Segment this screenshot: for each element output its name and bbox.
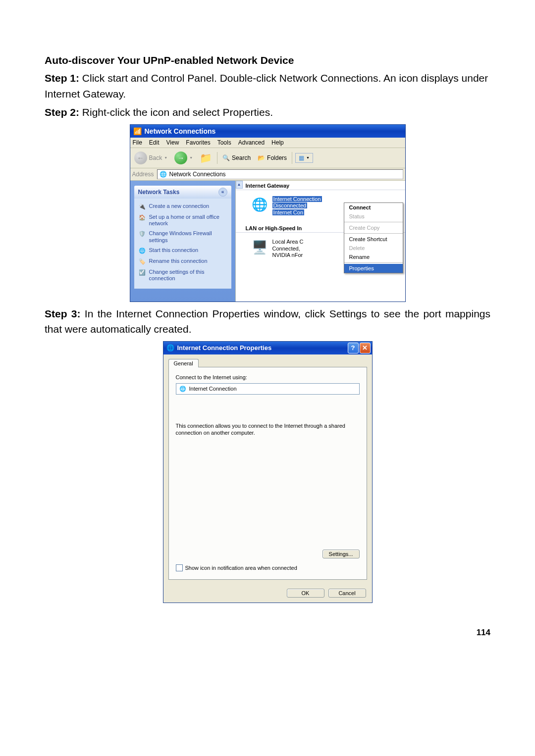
menu-file[interactable]: File xyxy=(133,139,142,146)
globe-icon: 🌐 xyxy=(166,344,174,352)
item-device: Internet Con xyxy=(272,209,305,215)
close-button[interactable]: ✕ xyxy=(360,343,371,353)
menu-tools[interactable]: Tools xyxy=(217,139,231,146)
globe-icon: 🌐 xyxy=(179,386,186,392)
dialog-title: Internet Connection Properties xyxy=(177,344,272,352)
rename-icon: 🏷️ xyxy=(138,258,146,266)
cancel-button[interactable]: Cancel xyxy=(328,589,366,598)
menu-create-shortcut[interactable]: Create Shortcut xyxy=(344,235,403,244)
item-device: NVIDIA nFor xyxy=(272,252,303,258)
chevron-down-icon: ▼ xyxy=(306,156,310,159)
search-label: Search xyxy=(232,154,251,161)
menu-bar[interactable]: File Edit View Favorites Tools Advanced … xyxy=(130,138,405,148)
titlebar: 🌐 Internet Connection Properties ? ✕ xyxy=(163,342,372,354)
address-field[interactable]: 🌐 Network Connections xyxy=(157,169,403,179)
views-button[interactable]: ▦ ▼ xyxy=(295,153,313,163)
task-label: Rename this connection xyxy=(149,258,208,265)
group-internet-gateway: Internet Gateway xyxy=(236,181,405,190)
back-arrow-icon: ← xyxy=(134,151,147,164)
window-icon: 📶 xyxy=(133,127,142,135)
task-pane-title: Network Tasks xyxy=(138,189,180,196)
forward-button[interactable]: → ▼ xyxy=(172,151,195,165)
address-bar: Address 🌐 Network Connections xyxy=(130,168,405,181)
task-pane: Network Tasks « 🔌 Create a new connectio… xyxy=(130,181,235,302)
up-button[interactable]: 📁 xyxy=(198,151,214,165)
step1-label: Step 1: xyxy=(45,72,79,84)
description-text: This connection allows you to connect to… xyxy=(176,422,360,437)
menu-view[interactable]: View xyxy=(166,139,179,146)
menu-advanced[interactable]: Advanced xyxy=(238,139,265,146)
menu-favorites[interactable]: Favorites xyxy=(186,139,210,146)
task-start-connection[interactable]: 🌐 Start this connection xyxy=(138,246,227,256)
menu-edit[interactable]: Edit xyxy=(149,139,160,146)
folders-label: Folders xyxy=(267,154,287,161)
collapse-icon[interactable]: « xyxy=(218,188,227,197)
task-firewall-settings[interactable]: 🛡️ Change Windows Firewall settings xyxy=(138,229,227,246)
show-icon-checkbox[interactable]: Show icon in notification area when conn… xyxy=(176,564,297,571)
tab-general[interactable]: General xyxy=(168,359,199,367)
ok-button[interactable]: OK xyxy=(287,589,324,598)
task-label: Start this connection xyxy=(149,247,199,254)
forward-arrow-icon: → xyxy=(174,151,187,164)
search-icon: 🔍 xyxy=(222,154,230,161)
step2-text: Right-click the icon and select Properti… xyxy=(79,106,273,118)
separator xyxy=(344,233,403,234)
connect-using-label: Connect to the Internet using: xyxy=(176,374,360,380)
address-value: Network Connections xyxy=(169,171,226,178)
network-connections-window: 📶 Network Connections File Edit View Fav… xyxy=(130,124,406,302)
menu-rename[interactable]: Rename xyxy=(344,252,403,261)
toolbar: ← Back ▼ → ▼ 📁 🔍 Search 📂 Folders xyxy=(130,148,405,168)
address-label: Address xyxy=(132,171,154,178)
globe-icon: 🌐 xyxy=(138,247,146,255)
wizard-icon: 🔌 xyxy=(138,203,146,211)
menu-connect[interactable]: Connect xyxy=(344,203,403,212)
chevron-down-icon: ▼ xyxy=(164,156,167,159)
menu-delete: Delete xyxy=(344,244,403,252)
task-pane-header[interactable]: Network Tasks « xyxy=(134,186,231,199)
separator xyxy=(217,152,217,164)
task-rename-connection[interactable]: 🏷️ Rename this connection xyxy=(138,256,227,267)
separator xyxy=(344,222,403,222)
task-setup-network[interactable]: 🏠 Set up a home or small office network xyxy=(138,212,227,229)
checkbox-label: Show icon in notification area when conn… xyxy=(185,565,297,571)
step3-label: Step 3: xyxy=(45,308,81,319)
menu-create-copy: Create Copy xyxy=(344,223,403,232)
task-label: Change Windows Firewall settings xyxy=(149,230,227,244)
task-label: Set up a home or small office network xyxy=(149,214,227,228)
task-change-settings[interactable]: ☑️ Change settings of this connection xyxy=(138,267,227,284)
properties-icon: ☑️ xyxy=(138,269,146,277)
step1-text: Click start and Control Panel. Double-cl… xyxy=(45,72,488,100)
page-number: 114 xyxy=(45,628,490,638)
scroll-up-icon[interactable]: ▲ xyxy=(236,181,243,189)
step2-label: Step 2: xyxy=(45,106,79,118)
back-button: ← Back ▼ xyxy=(132,151,170,165)
connection-name: Internet Connection xyxy=(189,386,237,392)
task-create-connection[interactable]: 🔌 Create a new connection xyxy=(138,202,227,212)
section-heading: Auto-discover Your UPnP-enabled Network … xyxy=(45,54,490,66)
titlebar: 📶 Network Connections xyxy=(130,125,405,138)
views-icon: ▦ xyxy=(299,154,304,161)
checkbox-box[interactable] xyxy=(176,564,183,571)
content-pane: ▲ Internet Gateway 🌐 Internet Connection… xyxy=(235,181,405,302)
globe-icon: 🌐 xyxy=(251,196,268,214)
connection-field[interactable]: 🌐 Internet Connection xyxy=(176,383,360,395)
settings-button[interactable]: Settings... xyxy=(322,550,360,558)
step1-paragraph: Step 1: Click start and Control Panel. D… xyxy=(45,70,490,101)
home-network-icon: 🏠 xyxy=(138,214,146,222)
search-button[interactable]: 🔍 Search xyxy=(220,153,253,162)
help-button[interactable]: ? xyxy=(348,343,359,353)
step3-paragraph: Step 3: In the Internet Connection Prope… xyxy=(45,306,490,337)
menu-help[interactable]: Help xyxy=(271,139,284,146)
menu-status: Status xyxy=(344,212,403,221)
context-menu[interactable]: Connect Status Create Copy Create Shortc… xyxy=(344,202,403,273)
item-status: Connected, xyxy=(272,246,300,252)
folders-icon: 📂 xyxy=(258,154,265,161)
step2-paragraph: Step 2: Right-click the icon and select … xyxy=(45,104,490,120)
folders-button[interactable]: 📂 Folders xyxy=(256,153,289,162)
tab-panel: Connect to the Internet using: 🌐 Interne… xyxy=(168,367,367,580)
up-folder-icon: 📁 xyxy=(200,152,212,164)
network-icon: 🌐 xyxy=(160,171,167,178)
menu-properties[interactable]: Properties xyxy=(344,264,403,273)
window-title: Network Connections xyxy=(145,127,216,135)
properties-dialog: 🌐 Internet Connection Properties ? ✕ Gen… xyxy=(163,341,373,603)
